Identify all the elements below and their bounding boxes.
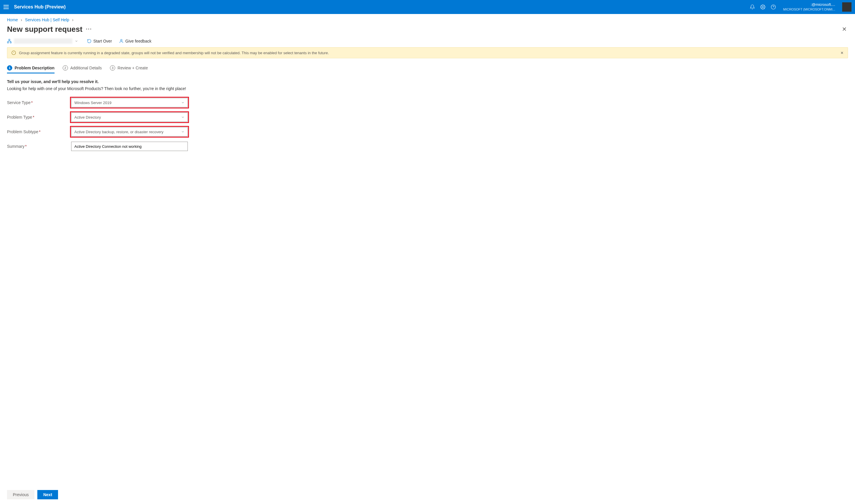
page-title: New support request bbox=[7, 25, 83, 34]
svg-rect-3 bbox=[9, 39, 10, 40]
settings-icon[interactable] bbox=[760, 4, 766, 10]
notification-icon[interactable] bbox=[749, 4, 755, 10]
svg-point-1 bbox=[771, 5, 776, 9]
give-feedback-label: Give feedback bbox=[125, 39, 152, 43]
problem-subtype-label: Problem Subtype* bbox=[7, 129, 71, 134]
form-section: Tell us your issue, and we'll help you r… bbox=[0, 73, 855, 485]
user-tenant: MICROSOFT (MICROSOFT.ONMI... bbox=[783, 7, 835, 11]
chevron-right-icon: › bbox=[21, 17, 22, 22]
select-value: Active Directory backup, restore, or dis… bbox=[74, 130, 164, 134]
svg-rect-4 bbox=[7, 42, 8, 43]
tab-problem-description[interactable]: 1 Problem Description bbox=[7, 63, 55, 73]
scope-text bbox=[14, 38, 72, 44]
footer: Previous Next bbox=[0, 485, 855, 504]
user-info[interactable]: :@microsoft.... MICROSOFT (MICROSOFT.ONM… bbox=[783, 2, 835, 11]
warning-banner: Group assignment feature is currently ru… bbox=[7, 47, 848, 58]
problem-subtype-select[interactable]: Active Directory backup, restore, or dis… bbox=[71, 127, 188, 137]
warning-close-icon[interactable]: ✕ bbox=[840, 51, 844, 55]
avatar[interactable] bbox=[842, 2, 852, 12]
previous-button[interactable]: Previous bbox=[7, 490, 34, 499]
hierarchy-icon bbox=[7, 39, 12, 43]
breadcrumb-self-help[interactable]: Services Hub | Self Help bbox=[25, 17, 69, 22]
svg-rect-5 bbox=[10, 42, 11, 43]
select-value: Active Directory bbox=[74, 115, 101, 120]
top-bar: Services Hub (Preview) :@microsoft.... M… bbox=[0, 0, 855, 14]
service-type-label: Service Type* bbox=[7, 100, 71, 105]
scope-selector[interactable] bbox=[7, 38, 80, 44]
svg-point-0 bbox=[762, 6, 764, 8]
tab-number: 3 bbox=[110, 65, 115, 71]
start-over-label: Start Over bbox=[93, 39, 112, 43]
tab-number: 1 bbox=[7, 65, 12, 71]
start-over-button[interactable]: Start Over bbox=[87, 39, 112, 43]
breadcrumb: Home › Services Hub | Self Help › bbox=[0, 14, 855, 23]
chevron-down-icon bbox=[181, 115, 184, 119]
more-icon[interactable]: ··· bbox=[86, 26, 92, 32]
page-header: New support request ··· ✕ bbox=[0, 23, 855, 38]
give-feedback-button[interactable]: Give feedback bbox=[119, 39, 152, 43]
summary-input[interactable] bbox=[74, 142, 184, 151]
summary-label: Summary* bbox=[7, 144, 71, 149]
tab-label: Problem Description bbox=[15, 66, 55, 70]
summary-input-wrapper bbox=[71, 142, 188, 151]
help-icon[interactable] bbox=[770, 4, 776, 10]
tab-label: Additional Details bbox=[70, 66, 102, 70]
select-value: Windows Server 2019 bbox=[74, 101, 111, 105]
user-email: :@microsoft.... bbox=[783, 2, 835, 7]
tabs: 1 Problem Description 2 Additional Detai… bbox=[0, 63, 855, 73]
breadcrumb-home[interactable]: Home bbox=[7, 17, 18, 22]
chevron-down-icon bbox=[181, 101, 184, 104]
chevron-down-icon bbox=[181, 130, 184, 133]
close-icon[interactable]: ✕ bbox=[841, 24, 848, 34]
svg-point-6 bbox=[121, 39, 122, 41]
form-sub-text: Looking for help with one of your Micros… bbox=[7, 86, 848, 91]
refresh-icon bbox=[87, 39, 92, 43]
warning-text: Group assignment feature is currently ru… bbox=[19, 51, 329, 55]
problem-type-label: Problem Type* bbox=[7, 115, 71, 120]
problem-type-select[interactable]: Active Directory bbox=[71, 112, 188, 122]
next-button[interactable]: Next bbox=[37, 490, 58, 499]
tab-review-create[interactable]: 3 Review + Create bbox=[110, 63, 148, 73]
chevron-right-icon: › bbox=[72, 17, 73, 22]
tab-label: Review + Create bbox=[118, 66, 148, 70]
app-title: Services Hub (Preview) bbox=[14, 4, 66, 10]
feedback-icon bbox=[119, 39, 124, 43]
form-lead-text: Tell us your issue, and we'll help you r… bbox=[7, 79, 848, 84]
tab-additional-details[interactable]: 2 Additional Details bbox=[63, 63, 102, 73]
chevron-down-icon bbox=[75, 39, 78, 43]
warning-icon bbox=[11, 50, 16, 55]
toolbar: Start Over Give feedback bbox=[0, 38, 855, 47]
tab-number: 2 bbox=[63, 65, 68, 71]
service-type-select[interactable]: Windows Server 2019 bbox=[71, 98, 188, 107]
hamburger-icon[interactable] bbox=[3, 4, 9, 10]
